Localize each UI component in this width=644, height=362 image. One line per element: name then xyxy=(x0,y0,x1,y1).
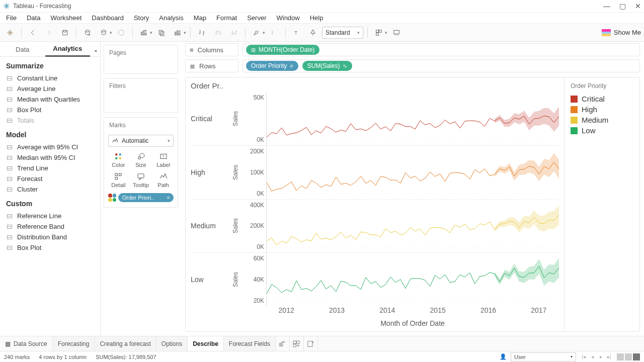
sheet-tab[interactable]: Describe xyxy=(188,336,224,351)
pill-order-priority[interactable]: Order Priority≡ xyxy=(246,61,298,71)
analytics-item[interactable]: Reference Line xyxy=(6,211,94,221)
legend-item[interactable]: Critical xyxy=(571,94,633,104)
data-source-tab[interactable]: ▦Data Source xyxy=(0,336,53,351)
group-button[interactable] xyxy=(267,26,281,40)
mark-detail-button[interactable]: Detail xyxy=(108,171,129,189)
tableau-icon[interactable] xyxy=(3,26,17,40)
plot-area[interactable] xyxy=(266,92,559,145)
mark-tooltip-button[interactable]: Tooltip xyxy=(131,171,151,189)
sort-asc-button[interactable] xyxy=(211,26,225,40)
svg-text:T: T xyxy=(294,30,297,35)
save-button[interactable] xyxy=(58,26,72,40)
analytics-item[interactable]: Box Plot xyxy=(6,105,94,115)
rows-dropzone[interactable]: Order Priority≡ SUM(Sales)∿ xyxy=(243,59,640,72)
analytics-item[interactable]: Totals xyxy=(6,115,94,126)
legend-item[interactable]: Low xyxy=(571,125,633,136)
nav-next-icon[interactable]: ▸ xyxy=(597,353,604,360)
show-me-button[interactable]: Show Me xyxy=(602,29,641,36)
menu-dashboard[interactable]: Dashboard xyxy=(87,13,129,23)
menu-analysis[interactable]: Analysis xyxy=(154,13,188,23)
chevron-down-icon: ▾ xyxy=(571,354,573,359)
sheet-tab[interactable]: Forecast Fields xyxy=(224,336,276,351)
close-button[interactable]: ✕ xyxy=(635,2,641,10)
view-switcher[interactable] xyxy=(617,353,640,360)
nav-prev-icon[interactable]: ◂ xyxy=(589,353,596,360)
new-worksheet-button[interactable] xyxy=(137,26,151,40)
mark-color-button[interactable]: Color xyxy=(108,151,129,169)
legend-item[interactable]: Medium xyxy=(571,115,633,125)
mark-size-button[interactable]: Size xyxy=(131,151,151,169)
ref-line-icon xyxy=(6,213,13,220)
svg-rect-7 xyxy=(160,32,164,36)
legend-item[interactable]: High xyxy=(571,104,633,115)
cards-button[interactable] xyxy=(372,26,386,40)
pages-card[interactable]: Pages xyxy=(104,45,178,74)
highlight-button[interactable] xyxy=(250,26,264,40)
sheet-tab[interactable]: Forecasting xyxy=(53,336,95,351)
analytics-item[interactable]: Cluster xyxy=(6,184,94,195)
analytics-item[interactable]: Distribution Band xyxy=(6,232,94,242)
tab-data[interactable]: Data xyxy=(0,43,45,56)
analytics-item[interactable]: Median with 95% CI xyxy=(6,152,94,163)
sheet-tab[interactable]: Options xyxy=(156,336,188,351)
swap-button[interactable] xyxy=(195,26,209,40)
menu-format[interactable]: Format xyxy=(211,13,242,23)
sheet-tab[interactable]: Creating a forecast xyxy=(95,336,156,351)
pin-button[interactable] xyxy=(306,26,320,40)
nav-first-icon[interactable]: |◂ xyxy=(580,353,587,360)
sort-desc-button[interactable] xyxy=(227,26,241,40)
collapse-panel-icon[interactable]: ◂ xyxy=(90,48,100,56)
presentation-button[interactable] xyxy=(389,26,404,40)
filters-card[interactable]: Filters xyxy=(104,78,178,113)
new-dashboard-button[interactable] xyxy=(290,336,304,351)
refresh-button[interactable] xyxy=(114,26,128,40)
analytics-item[interactable]: Reference Band xyxy=(6,221,94,232)
nav-last-icon[interactable]: ▸| xyxy=(606,353,613,360)
chevron-down-icon[interactable]: ▾ xyxy=(184,30,186,35)
analytics-item[interactable]: Trend Line xyxy=(6,163,94,173)
menu-map[interactable]: Map xyxy=(189,13,211,23)
mark-label-button[interactable]: TLabel xyxy=(153,151,174,169)
menu-data[interactable]: Data xyxy=(22,13,45,23)
new-story-button[interactable] xyxy=(304,336,318,351)
new-sheet-button[interactable] xyxy=(276,336,290,351)
pill-sum-sales[interactable]: SUM(Sales)∿ xyxy=(302,61,353,71)
plot-area[interactable] xyxy=(266,253,559,306)
menu-window[interactable]: Window xyxy=(271,13,304,23)
pill-month-order-date[interactable]: ⊞MONTH(Order Date) xyxy=(246,45,319,55)
analytics-item[interactable]: Box Plot xyxy=(6,242,94,253)
cards-column: Pages Filters Marks Automatic ▾ Color Si… xyxy=(101,42,181,336)
analytics-item[interactable]: Average Line xyxy=(6,83,94,94)
menu-help[interactable]: Help xyxy=(305,13,329,23)
mark-pill-order-priority[interactable]: Order Priori..≡ xyxy=(118,193,174,202)
mark-type-dropdown[interactable]: Automatic ▾ xyxy=(108,135,174,147)
analytics-item[interactable]: Constant Line xyxy=(6,73,94,83)
menu-server[interactable]: Server xyxy=(242,13,271,23)
plot-area[interactable] xyxy=(266,200,559,253)
chevron-down-icon[interactable]: ▾ xyxy=(110,30,112,35)
clear-button[interactable] xyxy=(171,26,185,40)
labels-button[interactable]: T xyxy=(290,26,304,40)
analytics-item[interactable]: Average with 95% CI xyxy=(6,142,94,152)
forward-button[interactable] xyxy=(42,26,56,40)
autoupdate-button[interactable] xyxy=(97,26,111,40)
plot-area[interactable] xyxy=(266,146,559,199)
chevron-down-icon[interactable]: ▾ xyxy=(385,30,387,35)
fit-dropdown[interactable]: Standard▾ xyxy=(322,27,363,39)
maximize-button[interactable]: ▢ xyxy=(619,2,626,10)
menu-story[interactable]: Story xyxy=(129,13,154,23)
columns-dropzone[interactable]: ⊞MONTH(Order Date) xyxy=(243,43,640,56)
user-filter-dropdown[interactable]: User▾ xyxy=(511,352,576,361)
minimize-button[interactable]: — xyxy=(603,2,610,10)
tab-analytics[interactable]: Analytics xyxy=(45,42,91,57)
menu-file[interactable]: File xyxy=(3,13,22,23)
new-datasource-button[interactable] xyxy=(80,26,95,40)
analytics-item[interactable]: Median with Quartiles xyxy=(6,94,94,105)
mark-path-button[interactable]: Path xyxy=(153,171,174,189)
chevron-down-icon[interactable]: ▾ xyxy=(263,30,265,35)
menu-worksheet[interactable]: Worksheet xyxy=(45,13,87,23)
duplicate-button[interactable] xyxy=(154,26,169,40)
analytics-item[interactable]: Forecast xyxy=(6,173,94,184)
chevron-down-icon[interactable]: ▾ xyxy=(150,30,152,35)
back-button[interactable] xyxy=(26,26,40,40)
